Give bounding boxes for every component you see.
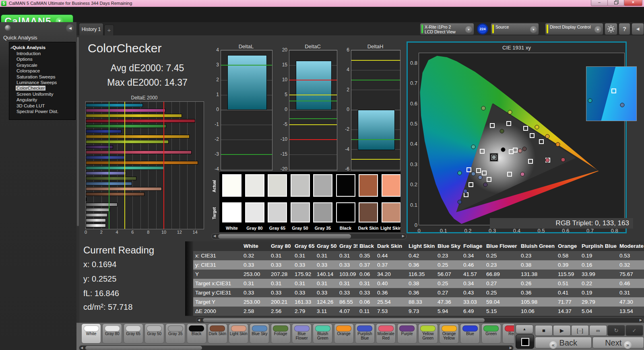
minimize-button[interactable]: – [591,0,608,6]
patch-label: Gray 80 [103,332,122,336]
patch-button-black[interactable]: Black [187,323,206,344]
patch-button-red[interactable]: Red [502,323,514,344]
scroll-left-icon[interactable]: ◀ [213,234,216,239]
swatch-scrollbar[interactable]: ◀ ▶ [211,233,407,239]
sidebar-item-screen-uniformity[interactable]: Screen Uniformity [17,92,53,97]
scroll-left-icon[interactable]: ◀ [198,318,200,323]
restore-button[interactable] [607,0,624,6]
play-button[interactable]: ▶ [553,325,571,336]
confirm-button[interactable]: ✓ [625,325,643,336]
display-control-label: Direct Display Control [550,25,591,29]
sidebar-item-angularity[interactable]: Angularity [17,97,37,102]
patch-label: Blue [460,332,479,336]
patch-label: Red [503,332,514,336]
mini-ref-line [351,80,400,80]
table-header-row: WhiteGray 80Gray 65Gray 50Gray 35BlackDa… [185,241,644,251]
cie-measured-marker [481,106,486,111]
meter-dropdown[interactable]: X-Rite i1Pro 2LCD Direct View ▼ [420,23,474,35]
scroll-right-icon[interactable]: ▶ [402,234,405,239]
cie-measured-marker [522,147,526,151]
cie-measured-marker [520,172,525,177]
table-scrollbar[interactable]: ◀ ▶ [196,317,644,323]
patch-button-light-skin[interactable]: Light Skin [229,323,248,344]
pattern-window-button[interactable] [516,334,534,349]
table-row: Target y:CIE310.330.330.330.330.330.330.… [185,288,644,297]
sidebar-item-options[interactable]: Options [17,57,33,62]
patch-button-green[interactable]: Green [481,323,501,344]
sidebar-item-3d-cube-lut[interactable]: 3D Cube LUT [17,103,45,108]
back-button[interactable]: « Back [535,337,592,348]
mini-ref-line [289,101,337,101]
chevron-down-icon[interactable]: ▼ [594,26,601,33]
patch-label: Light Skin [229,332,248,336]
cie-target-marker [490,123,495,128]
deltae-tick-label: 8 [147,230,149,235]
single-measure-button[interactable]: [··] [571,325,589,336]
mini-gridline [221,169,272,170]
patch-button-gray-80[interactable]: Gray 80 [102,323,122,344]
add-tab-button[interactable]: + [104,25,114,35]
deltae-bar-foliage [86,177,136,180]
scroll-right-icon[interactable]: ▶ [510,346,512,350]
source-dropdown[interactable]: Source ▼ [491,23,539,35]
patch-button-gray-65[interactable]: Gray 65 [124,323,143,344]
patch-color-chip [399,325,415,331]
scroll-right-icon[interactable]: ▶ [640,318,642,323]
next-button[interactable]: Next » [592,337,644,348]
row-label: y: CIE31 [193,260,242,270]
patch-scrollbar-thumb[interactable] [85,346,202,350]
chevron-down-icon[interactable]: ▼ [530,26,537,33]
panel-collapse-button[interactable]: ◀ [632,23,644,35]
colorchecker-table: WhiteGray 80Gray 65Gray 50Gray 35BlackDa… [185,241,644,317]
table-cell: 0.33 [242,260,269,270]
patch-button-blue[interactable]: Blue [460,323,480,344]
patch-scrollbar[interactable]: ◀ ▶ [79,345,514,350]
sidebar-item-spectral-power-dist-[interactable]: Spectral Power Dist. [17,109,58,114]
sidebar-item-saturation-sweeps[interactable]: Saturation Sweeps [17,74,56,79]
record-indicator-icon[interactable] [5,25,11,31]
patch-button-bluish-green[interactable]: Bluish Green [313,323,332,344]
patch-button-white[interactable]: White [81,323,101,344]
close-button[interactable]: × [624,0,642,6]
sidebar-item-colorchecker[interactable]: ColorChecker [16,86,45,91]
pattern-window-icon [521,338,529,346]
patch-button-purplish-blue[interactable]: Purplish Blue [355,323,375,344]
table-cell: 3.11 [315,307,337,316]
deltac-title: DeltaC [289,43,336,49]
table-cell: 0.31 [269,251,293,260]
patch-button-gray-35[interactable]: Gray 35 [165,323,185,344]
scroll-left-icon[interactable]: ◀ [80,346,83,350]
pattern-up-button[interactable]: ▲ [516,325,533,334]
patch-button-gray-50[interactable]: Gray 50 [144,323,164,344]
tab-history-1[interactable]: History 1 [79,23,103,35]
patch-button-dark-skin[interactable]: Dark Skin [208,323,227,344]
mini-bar [227,55,267,110]
patch-button-blue-sky[interactable]: Blue Sky [250,323,269,344]
loop-button[interactable]: ∞ [589,325,607,336]
patch-button-yellow-green[interactable]: Yellow Green [418,323,438,344]
sidebar-item-colorspace[interactable]: Colorspace [17,68,40,73]
patch-button-foliage[interactable]: Foliage [271,323,291,344]
patch-button-purple[interactable]: Purple [397,323,417,344]
swatch-scrollbar-thumb[interactable] [218,234,351,239]
display-control-dropdown[interactable]: Direct Display Control ▼ [545,23,603,35]
refresh-button[interactable]: ↻ [607,325,625,336]
patch-button-orange[interactable]: Orange [334,323,354,344]
tree-root-label[interactable]: Quick Analysis [12,45,45,50]
patch-button-blue-flower[interactable]: Blue Flower [292,323,312,344]
sidebar-item-introduction[interactable]: Introduction [17,51,41,56]
sidebar-item-luminance-sweeps[interactable]: Luminance Sweeps [17,80,57,85]
stop-button[interactable]: ■ [535,325,553,336]
table-scrollbar-thumb[interactable] [203,318,485,322]
tree-expander-icon[interactable]: ◢ [10,46,12,49]
patch-button-moderate-red[interactable]: Moderate Red [376,323,396,344]
main-vertical-scrollbar-thumb[interactable] [77,37,79,226]
meter-count-badge[interactable]: 224 [477,23,488,35]
sidebar-collapse-icon[interactable]: ◀ [66,24,74,33]
chevron-down-icon[interactable]: ▼ [465,26,472,33]
patch-button-orange-yellow[interactable]: Orange Yellow [439,323,459,344]
deltac-axis-labels: 20151050-5-10-15-20 [275,50,288,170]
help-button[interactable]: ? [619,23,630,35]
sidebar-item-grayscale[interactable]: Grayscale [17,63,37,68]
settings-button[interactable] [605,23,617,35]
